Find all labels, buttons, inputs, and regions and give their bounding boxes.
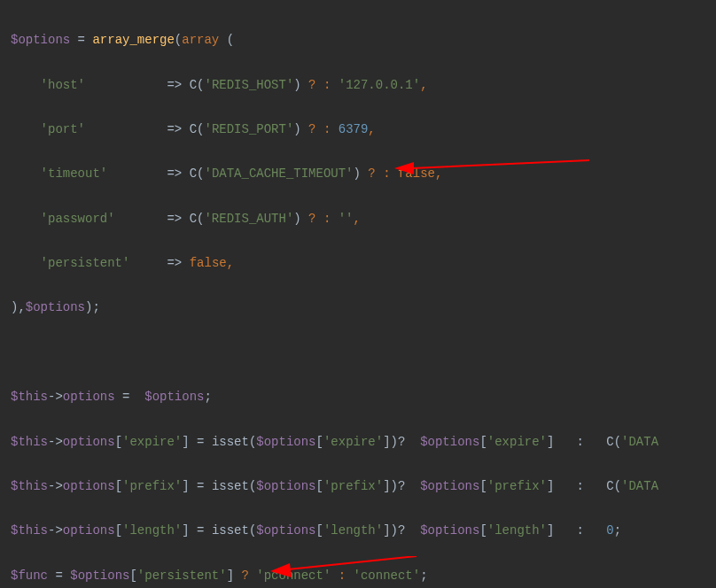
code-line: 'timeout' => C('DATA_CACHE_TIMEOUT') ? :… [11, 163, 705, 185]
code-line: $this->options['length'] = isset($option… [11, 520, 705, 542]
code-line: 'port' => C('REDIS_PORT') ? : 6379, [11, 119, 705, 141]
code-line: $this->options = $options; [11, 386, 705, 408]
code-line: $func = $options['persistent'] ? 'pconne… [11, 565, 705, 587]
code-line: 'persistent' => false, [11, 252, 705, 275]
code-line [11, 342, 705, 364]
var: $options [11, 33, 70, 47]
code-line: 'host' => C('REDIS_HOST') ? : '127.0.0.1… [11, 74, 705, 97]
code-line: $this->options['prefix'] = isset($option… [11, 476, 705, 498]
code-line: 'password' => C('REDIS_AUTH') ? : '', [11, 208, 705, 230]
code-line: $this->options['expire'] = isset($option… [11, 431, 705, 453]
code-line: ),$options); [11, 297, 705, 319]
code-block: $options = array_merge(array ( 'host' =>… [0, 0, 716, 588]
code-line: $options = array_merge(array ( [11, 29, 705, 51]
